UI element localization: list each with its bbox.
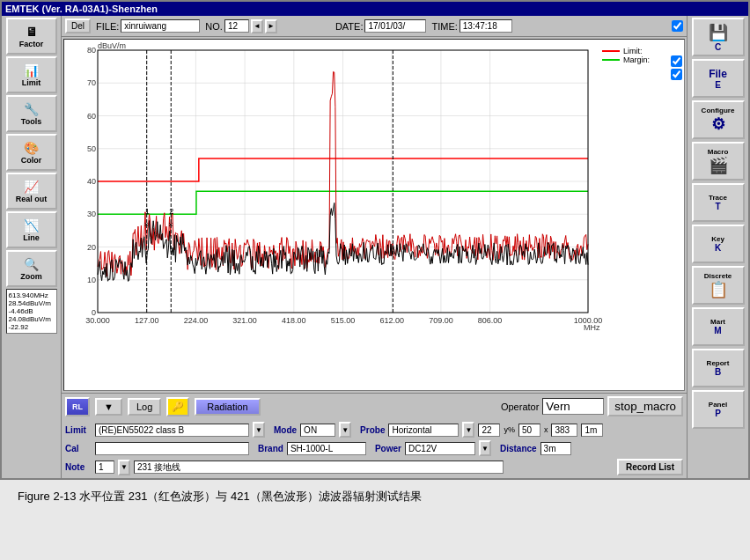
distance-label: Distance	[500, 444, 537, 453]
sep1: y%	[504, 425, 515, 434]
del-button[interactable]: Del	[65, 18, 91, 33]
probe-label: Probe	[360, 425, 385, 435]
rl-indicator: RL	[65, 397, 90, 416]
right-btn-file[interactable]: File E	[692, 59, 745, 98]
log-btn[interactable]: Log	[128, 398, 161, 416]
time-field: TIME:	[431, 19, 511, 33]
cal-label: Cal	[65, 444, 92, 453]
info-level1: 28.54dBuV/m	[9, 299, 55, 307]
toolbar-label-limit: Limit	[22, 78, 41, 87]
note-num-input[interactable]	[95, 461, 114, 474]
power-dropdown-btn[interactable]: ▼	[479, 440, 491, 456]
radiation-btn[interactable]: Radiation	[195, 398, 260, 416]
legend-area: Limit: Margin:	[599, 45, 653, 66]
right-btn-panel[interactable]: Panel P	[692, 390, 745, 429]
sep2: x	[544, 425, 548, 434]
right-btn-c[interactable]: 💾 C	[692, 18, 745, 56]
info-box: 613.940MHz 28.54dBuV/m -4.46dB 24.08dBuV…	[6, 289, 57, 334]
info-level2: 24.08dBuV/m	[9, 315, 55, 323]
toolbar-label-tools: Tools	[21, 117, 41, 126]
mode-dropdown-btn[interactable]: ▼	[339, 422, 351, 438]
key-btn[interactable]: 🔑	[166, 397, 189, 416]
content-area: 🖥 Factor 📊 Limit 🔧 Tools 🎨 Color 📈	[2, 16, 748, 478]
toolbar-label-zoom: Zoom	[20, 272, 42, 281]
toolbar-btn-limit[interactable]: 📊 Limit	[6, 56, 57, 93]
file-input[interactable]	[121, 19, 200, 33]
right-btn-macro[interactable]: Macro 🎬	[692, 142, 745, 181]
right-btn-configure[interactable]: Configure ⚙	[692, 100, 745, 139]
toolbar-btn-realout[interactable]: 📈 Real out	[6, 173, 57, 210]
note-label: Note	[65, 462, 92, 472]
file-field: FILE:	[96, 19, 200, 33]
software-window: EMTEK (Ver. RA-03A1)-Shenzhen 🖥 Factor 📊…	[0, 0, 750, 480]
checkbox-area	[671, 55, 682, 80]
power-label: Power	[375, 444, 401, 453]
next-btn[interactable]: ►	[265, 19, 277, 33]
stop-macro-btn[interactable]: stop_macro	[607, 396, 683, 416]
no-field: NO. ◄ ►	[205, 19, 277, 33]
form-area: Limit ▼ Mode ▼ Probe ▼ y% x	[62, 419, 687, 478]
bottom-bar: RL ▼ Log 🔑 Radiation Operator stop_macro	[62, 393, 687, 419]
time-input[interactable]	[460, 19, 512, 33]
left-toolbar: 🖥 Factor 📊 Limit 🔧 Tools 🎨 Color 📈	[2, 16, 62, 478]
toolbar-label-factor: Factor	[19, 40, 44, 48]
legend-margin: Margin:	[602, 55, 650, 64]
margin-checkbox[interactable]	[671, 69, 682, 80]
operator-label: Operator	[501, 402, 539, 412]
toolbar-label-realout: Real out	[16, 195, 48, 203]
form-row-3: Note ▼ Record List	[65, 459, 683, 475]
figure-caption: Figure 2-13 水平位置 231（红色波形）与 421（黑色波形）滤波器…	[0, 480, 750, 509]
cal-input[interactable]	[95, 442, 249, 455]
toolbar-btn-factor[interactable]: 🖥 Factor	[6, 18, 57, 55]
no-input[interactable]	[224, 19, 249, 33]
brand-label: Brand	[258, 444, 283, 453]
chart-checkbox[interactable]	[672, 20, 683, 32]
toolbar-btn-zoom[interactable]: 🔍 Zoom	[6, 250, 57, 287]
field3-input[interactable]	[551, 424, 577, 437]
toolbar-btn-color[interactable]: 🎨 Color	[6, 134, 57, 171]
power-input[interactable]	[405, 442, 475, 455]
mode-input[interactable]	[300, 424, 335, 437]
brand-input[interactable]	[287, 442, 366, 455]
rl-label: RL	[72, 402, 83, 411]
probe-dropdown-btn[interactable]: ▼	[462, 422, 474, 438]
note-text-input[interactable]	[134, 461, 504, 474]
info-diff: -4.46dB	[9, 307, 55, 315]
limit-dropdown-btn[interactable]: ▼	[253, 422, 265, 438]
field1-input[interactable]	[478, 424, 500, 437]
no-label: NO.	[205, 21, 223, 32]
limit-checkbox[interactable]	[671, 55, 682, 67]
field4-input[interactable]	[581, 424, 603, 437]
date-field: DATE:	[335, 19, 427, 33]
record-list-btn[interactable]: Record List	[617, 459, 683, 475]
distance-input[interactable]	[540, 442, 571, 455]
mode-label: Mode	[274, 425, 297, 435]
top-bar: Del FILE: NO. ◄ ► DATE:	[62, 16, 687, 37]
form-row-1: Limit ▼ Mode ▼ Probe ▼ y% x	[65, 422, 683, 438]
key-icon: 🔑	[172, 401, 184, 412]
form-row-2: Cal Brand Power ▼ Distance	[65, 440, 683, 456]
info-margin: -22.92	[9, 323, 55, 331]
limit-input[interactable]	[95, 424, 249, 437]
toolbar-btn-line[interactable]: 📉 Line	[6, 211, 57, 248]
note-dropdown-btn[interactable]: ▼	[118, 460, 130, 475]
date-input[interactable]	[364, 19, 426, 33]
toolbar-btn-tools[interactable]: 🔧 Tools	[6, 95, 57, 132]
right-btn-trace[interactable]: Trace T	[692, 183, 745, 222]
probe-input[interactable]	[388, 424, 459, 437]
right-toolbar: 💾 C File E Configure ⚙ Macro 🎬 Trace	[687, 16, 748, 478]
arrow-btn[interactable]: ▼	[95, 398, 122, 416]
info-freq: 613.940MHz	[9, 291, 55, 299]
right-btn-discrete[interactable]: Discrete 📋	[692, 266, 745, 305]
title-bar: EMTEK (Ver. RA-03A1)-Shenzhen	[2, 2, 748, 16]
limit-label: Limit	[65, 425, 92, 435]
time-label: TIME:	[431, 21, 457, 32]
date-label: DATE:	[335, 21, 364, 32]
operator-input[interactable]	[542, 398, 604, 415]
right-btn-report[interactable]: Report B	[692, 349, 745, 387]
right-btn-key[interactable]: Key K	[692, 225, 745, 263]
prev-btn[interactable]: ◄	[251, 19, 263, 33]
field2-input[interactable]	[518, 424, 540, 437]
right-btn-mart[interactable]: Mart M	[692, 307, 745, 346]
legend-margin-line	[602, 59, 620, 61]
